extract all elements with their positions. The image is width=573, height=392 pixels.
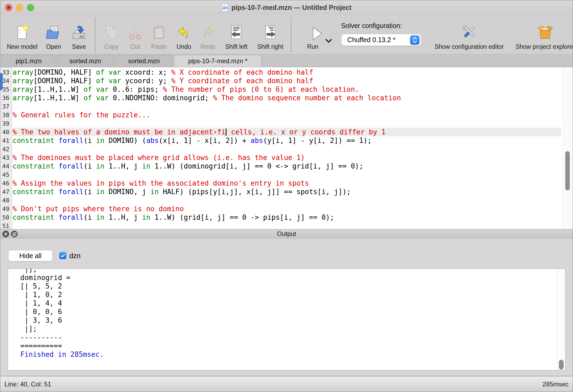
- line-number: 44: [0, 162, 13, 170]
- code-line-39[interactable]: 39: [0, 119, 561, 128]
- code-line-33[interactable]: 33array[DOMINO, HALF] of var xcoord: x; …: [0, 68, 561, 77]
- code-line-50[interactable]: 50constraint forall(i in 1..H, j in 1..W…: [0, 213, 561, 222]
- paste-button: Paste: [146, 15, 172, 54]
- tab-pips-10-7-med-mzn-[interactable]: pips-10-7-med.mzn *: [174, 55, 261, 67]
- line-content: constraint forall(i in DOMINO, j in HALF…: [13, 187, 561, 196]
- code-line-34[interactable]: 34array[DOMINO, HALF] of var ycoord: y; …: [0, 77, 561, 85]
- code-line-36[interactable]: 36array[1..H,1..W] of var 0..NDOMINO: do…: [0, 94, 561, 102]
- output-line: Finished in 285msec.: [20, 350, 104, 359]
- new-model-button[interactable]: New model: [3, 15, 41, 54]
- cut-button: Cut: [124, 15, 146, 54]
- code-line-46[interactable]: 46% Assign the values in pips with the a…: [0, 179, 561, 187]
- code-line-49[interactable]: 49% Don't put pips where there is no dom…: [0, 205, 561, 213]
- redo-button: Redo: [196, 15, 220, 54]
- output-line: |];: [20, 325, 104, 333]
- undo-label: Undo: [177, 43, 191, 50]
- line-content: array[1..H,1..W] of var 0..6: pips; % Th…: [13, 85, 561, 94]
- cut-scissors-icon: [127, 25, 144, 41]
- code-line-38[interactable]: 38% General rules for the puzzle...: [0, 111, 561, 119]
- code-line-42[interactable]: 42: [0, 145, 561, 153]
- undo-button[interactable]: Undo: [172, 15, 196, 54]
- new-model-icon: [14, 25, 30, 41]
- detach-output-button[interactable]: [11, 231, 18, 237]
- copy-icon: [103, 25, 120, 41]
- run-button[interactable]: Run: [295, 15, 340, 54]
- status-bar: Line: 40, Col: 51 285msec: [0, 376, 573, 392]
- output-line: ==========: [20, 342, 104, 350]
- line-number: 34: [0, 77, 13, 85]
- shift-left-icon: [228, 25, 245, 41]
- code-line-47[interactable]: 47constraint forall(i in DOMINO, j in HA…: [0, 187, 561, 196]
- line-number: 35: [0, 85, 13, 94]
- shift-left-button[interactable]: Shift left: [220, 15, 253, 54]
- show-configuration-editor-label: Show configuration editor: [435, 43, 504, 50]
- line-content: constraint forall(i in 1..H, j in 1..W) …: [13, 162, 561, 170]
- line-number: 48: [0, 196, 13, 205]
- tab-sorted-mzn[interactable]: sorted.mzn: [116, 55, 172, 67]
- close-window-button[interactable]: [5, 4, 12, 11]
- code-line-43[interactable]: 43% The dominoes must be placed where gr…: [0, 153, 561, 162]
- hide-all-button[interactable]: Hide all: [8, 250, 53, 261]
- open-button[interactable]: Open: [41, 15, 66, 54]
- code-line-45[interactable]: 45: [0, 170, 561, 179]
- dzn-checkbox[interactable]: [59, 252, 66, 259]
- editor-scrollbar-thumb[interactable]: [565, 151, 570, 190]
- code-line-44[interactable]: 44constraint forall(i in 1..H, j in 1..W…: [0, 162, 561, 170]
- toolbar: New model Open Save: [0, 15, 573, 54]
- line-content: [13, 102, 561, 111]
- open-label: Open: [46, 43, 61, 50]
- output-text: |];dominogrid = [| 5, 5, 2 | 1, 0, 2 | 1…: [20, 269, 104, 359]
- zoom-window-button[interactable]: [27, 4, 34, 11]
- line-number: 36: [0, 94, 13, 102]
- checkmark-icon: [61, 254, 65, 258]
- code-editor[interactable]: 33array[DOMINO, HALF] of var xcoord: x; …: [0, 67, 573, 229]
- solver-configuration-select[interactable]: Chuffed 0.13.2 *: [341, 34, 421, 46]
- window-title-group: Zn pips-10-7-med.mzn — Untitled Project: [221, 3, 351, 12]
- shift-right-button[interactable]: Shift right: [253, 15, 288, 54]
- output-line: |];: [20, 269, 104, 273]
- editor-scrollbar-track[interactable]: [563, 67, 572, 229]
- line-content: array[1..H,1..W] of var 0..NDOMINO: domi…: [13, 94, 561, 102]
- line-number: 42: [0, 145, 13, 153]
- minimize-window-button[interactable]: [16, 4, 23, 11]
- tab-pip1-mzn[interactable]: pip1.mzn: [2, 55, 55, 67]
- line-content: array[DOMINO, HALF] of var xcoord: x; % …: [13, 68, 561, 77]
- run-label: Run: [307, 43, 318, 50]
- show-configuration-editor-button[interactable]: Show configuration editor: [429, 15, 509, 54]
- line-content: array[DOMINO, HALF] of var ycoord: y; % …: [13, 77, 561, 85]
- line-content: [13, 145, 561, 153]
- output-scrollbar-track[interactable]: [557, 269, 565, 370]
- output-scrollbar-thumb[interactable]: [559, 360, 564, 370]
- run-dropdown-chevron-icon[interactable]: [325, 39, 332, 43]
- line-content: constraint forall(i in 1..H, j in 1..W) …: [13, 213, 561, 222]
- line-number: 43: [0, 153, 13, 162]
- code-line-35[interactable]: 35array[1..H,1..W] of var 0..6: pips; % …: [0, 85, 561, 94]
- detach-window-icon: [13, 232, 16, 236]
- tab-sorted-mzn[interactable]: sorted.mzn: [57, 55, 114, 67]
- solve-time-status: 285msec: [543, 381, 568, 388]
- code-line-37[interactable]: 37: [0, 102, 561, 111]
- save-button[interactable]: Save: [66, 15, 91, 54]
- copy-label: Copy: [104, 43, 119, 50]
- line-number: 47: [0, 187, 13, 196]
- copy-button: Copy: [99, 15, 124, 54]
- line-content: % The two halves of a domino must be in …: [13, 128, 561, 136]
- hide-all-label: Hide all: [19, 252, 41, 260]
- dzn-checkbox-label[interactable]: dzn: [69, 252, 81, 260]
- code-line-51[interactable]: 51: [0, 222, 561, 229]
- show-project-explorer-button[interactable]: Show project explorer: [509, 15, 573, 54]
- toolbar-separator: [291, 18, 292, 52]
- paste-label: Paste: [151, 43, 167, 50]
- tools-icon: [461, 25, 477, 41]
- output-line: | 1, 4, 4: [20, 299, 104, 307]
- code-lines: 33array[DOMINO, HALF] of var xcoord: x; …: [0, 68, 561, 229]
- code-line-41[interactable]: 41constraint forall(i in DOMINO) (abs(x[…: [0, 136, 561, 145]
- code-line-48[interactable]: 48: [0, 196, 561, 205]
- code-line-40[interactable]: 40% The two halves of a domino must be i…: [0, 128, 561, 136]
- new-model-label: New model: [7, 43, 37, 50]
- document-proxy-icon[interactable]: Zn: [221, 3, 229, 12]
- output-console[interactable]: |];dominogrid = [| 5, 5, 2 | 1, 0, 2 | 1…: [8, 269, 566, 370]
- close-output-button[interactable]: [2, 231, 9, 237]
- title-bar: Zn pips-10-7-med.mzn — Untitled Project: [0, 0, 573, 15]
- popup-stepper-icon[interactable]: [410, 35, 420, 45]
